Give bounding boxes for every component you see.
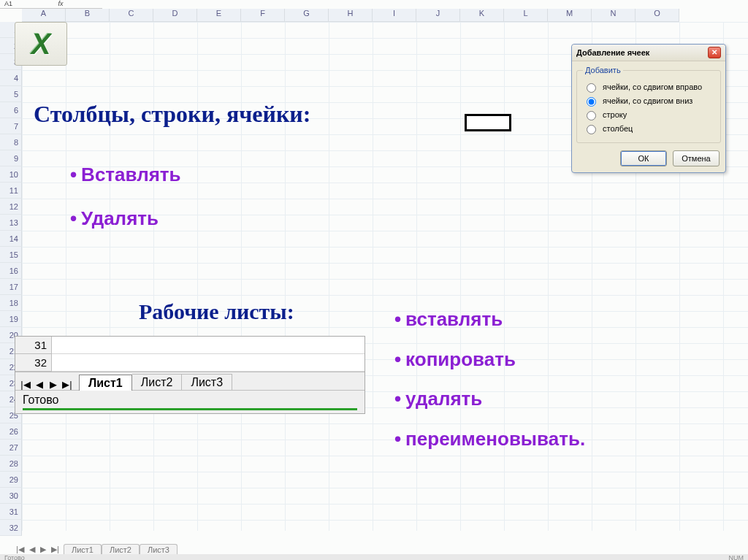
nav-prev-icon[interactable]: ◀ [34, 379, 45, 390]
radio-label: ячейки, со сдвигом вправо [603, 83, 702, 91]
row-header: 32 [15, 354, 52, 372]
sheet-tabs-screenshot: 31 32 |◀ ◀ ▶ ▶| Лист1 Лист2 Лист3 Готово [15, 336, 365, 414]
insert-cells-dialog: Добавление ячеек ✕ Добавить ячейки, со с… [571, 44, 726, 173]
bullets-columns-rows: ВставлятьУдалять [70, 153, 181, 241]
dialog-radio-option[interactable]: столбец [583, 123, 714, 134]
sheet-tab-1[interactable]: Лист1 [79, 375, 132, 391]
ok-button[interactable]: ОК [620, 150, 667, 166]
selected-cell-frame [465, 114, 511, 131]
excel-x-icon: X [31, 28, 51, 61]
bullet-item: Вставлять [70, 153, 181, 197]
excel-logo: X [15, 22, 67, 66]
row-header: 31 [15, 337, 52, 354]
heading-columns-rows-cells: Столбцы, строки, ячейки: [34, 101, 310, 128]
radio-input[interactable] [587, 125, 596, 134]
sheet-nav-arrows[interactable]: |◀ ◀ ▶ ▶| [20, 379, 73, 390]
dialog-options-group: Добавить ячейки, со сдвигом вправоячейки… [576, 66, 721, 143]
bullet-item: удалять [394, 379, 585, 419]
radio-label: столбец [603, 124, 633, 133]
bullet-item: переименовывать. [394, 419, 585, 459]
radio-label: строку [603, 110, 627, 119]
dialog-title: Добавление ячеек [576, 48, 708, 57]
radio-input[interactable] [587, 97, 596, 107]
nav-last-icon[interactable]: ▶| [61, 379, 73, 390]
bullet-item: копировать [394, 340, 585, 380]
close-icon[interactable]: ✕ [708, 47, 721, 58]
dialog-group-label: Добавить [583, 66, 623, 74]
nav-next-icon[interactable]: ▶ [47, 379, 59, 390]
heading-worksheets: Рабочие листы: [139, 299, 294, 324]
sheet-tab-2[interactable]: Лист2 [132, 374, 183, 390]
status-bar: Готово [15, 390, 365, 413]
bullet-item: вставлять [394, 299, 585, 340]
radio-label: ячейки, со сдвигом вниз [603, 96, 692, 105]
bullet-item: Удалять [70, 197, 181, 241]
status-text: Готово [23, 394, 58, 406]
dialog-radio-option[interactable]: строку [583, 109, 714, 120]
dialog-radio-option[interactable]: ячейки, со сдвигом вниз [583, 95, 714, 107]
bullets-worksheets: вставлятькопироватьудалятьпереименовыват… [394, 299, 585, 459]
dialog-radio-option[interactable]: ячейки, со сдвигом вправо [583, 81, 714, 93]
radio-input[interactable] [587, 83, 596, 93]
nav-first-icon[interactable]: |◀ [20, 379, 31, 390]
cancel-button[interactable]: Отмена [673, 150, 720, 166]
radio-input[interactable] [587, 111, 596, 120]
sheet-tab-3[interactable]: Лист3 [182, 374, 232, 390]
